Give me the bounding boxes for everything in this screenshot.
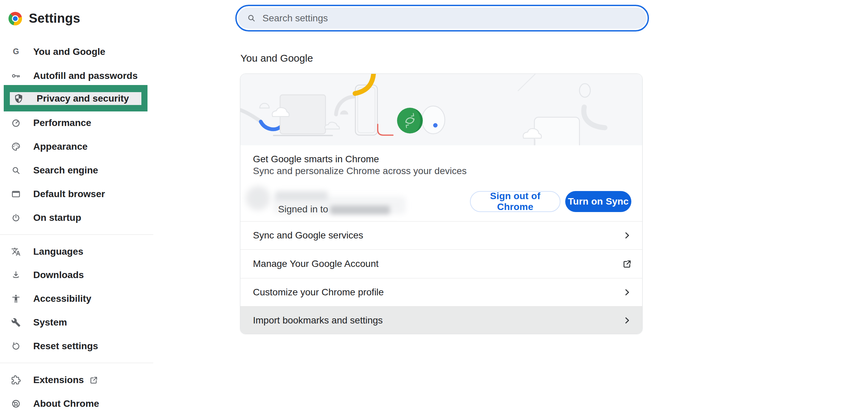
- signed-in-status: Signed in to: [278, 204, 390, 215]
- row-import-bookmarks-and-settings[interactable]: Import bookmarks and settings: [240, 306, 642, 334]
- promo-title: Get Google smarts in Chrome: [253, 154, 379, 165]
- reset-icon: [11, 341, 21, 351]
- chrome-logo-icon: [8, 12, 22, 25]
- row-customize-chrome-profile[interactable]: Customize your Chrome profile: [240, 278, 642, 306]
- you-and-google-card: Get Google smarts in Chrome Sync and per…: [240, 74, 643, 334]
- puzzle-icon: [11, 375, 21, 385]
- sync-illustration-banner: [240, 74, 642, 145]
- avatar: [246, 186, 270, 210]
- wrench-icon: [11, 318, 21, 327]
- sidebar-item-reset-settings[interactable]: Reset settings: [0, 334, 153, 358]
- sidebar-item-default-browser[interactable]: Default browser: [0, 182, 153, 206]
- power-icon: [11, 213, 21, 223]
- sync-illustration: [240, 74, 643, 145]
- chevron-right-icon: [622, 315, 632, 326]
- chevron-right-icon: [622, 287, 632, 297]
- chrome-icon: [11, 399, 21, 408]
- row-manage-google-account[interactable]: Manage Your Google Account: [240, 249, 642, 278]
- google-g-icon: G: [11, 47, 21, 57]
- sidebar-item-languages[interactable]: Languages: [0, 240, 153, 264]
- redacted-email: [330, 206, 390, 214]
- svg-text:G: G: [13, 47, 19, 56]
- sidebar-item-performance[interactable]: Performance: [0, 111, 153, 135]
- page-title: Settings: [29, 11, 80, 26]
- sidebar-item-downloads[interactable]: Downloads: [0, 263, 153, 287]
- browser-window-icon: [11, 189, 21, 199]
- open-in-new-icon: [89, 376, 98, 385]
- palette-icon: [11, 142, 21, 151]
- search-icon: [247, 14, 256, 23]
- sidebar-item-search-engine[interactable]: Search engine: [0, 159, 153, 182]
- chevron-right-icon: [622, 230, 632, 240]
- sidebar-divider: [0, 234, 153, 235]
- sidebar-item-accessibility[interactable]: Accessibility: [0, 287, 153, 311]
- row-sync-and-google-services[interactable]: Sync and Google services: [240, 221, 642, 249]
- search-focus-ring: [235, 5, 649, 31]
- download-icon: [11, 270, 21, 280]
- promo-subtitle: Sync and personalize Chrome across your …: [253, 166, 467, 176]
- translate-icon: [11, 247, 21, 256]
- turn-on-sync-button[interactable]: Turn on Sync: [565, 191, 631, 212]
- annotation-highlight-box: Privacy and security: [4, 85, 147, 111]
- section-heading: You and Google: [240, 52, 313, 64]
- redacted-account-name: [275, 191, 328, 201]
- sidebar-item-privacy-and-security[interactable]: Privacy and security: [10, 92, 141, 105]
- sidebar-item-about-chrome[interactable]: About Chrome: [0, 392, 153, 416]
- sidebar-item-appearance[interactable]: Appearance: [0, 135, 153, 159]
- sidebar-item-system[interactable]: System: [0, 311, 153, 334]
- search-icon: [11, 166, 21, 175]
- accessibility-icon: [11, 294, 21, 303]
- sidebar: Settings G You and Google Autofill and p…: [0, 0, 156, 420]
- key-icon: [11, 71, 21, 81]
- sidebar-item-autofill-and-passwords[interactable]: Autofill and passwords: [0, 64, 153, 88]
- sidebar-item-you-and-google[interactable]: G You and Google: [0, 40, 153, 64]
- sidebar-item-on-startup[interactable]: On startup: [0, 206, 153, 230]
- search-input[interactable]: [262, 13, 646, 24]
- sidebar-item-extensions[interactable]: Extensions: [0, 368, 153, 392]
- sidebar-divider: [0, 363, 153, 363]
- shield-icon: [14, 93, 24, 104]
- sign-out-button[interactable]: Sign out of Chrome: [470, 191, 560, 212]
- search-field[interactable]: [238, 7, 646, 29]
- speedometer-icon: [11, 118, 21, 128]
- open-in-new-icon: [622, 259, 632, 269]
- brand: Settings: [8, 11, 80, 26]
